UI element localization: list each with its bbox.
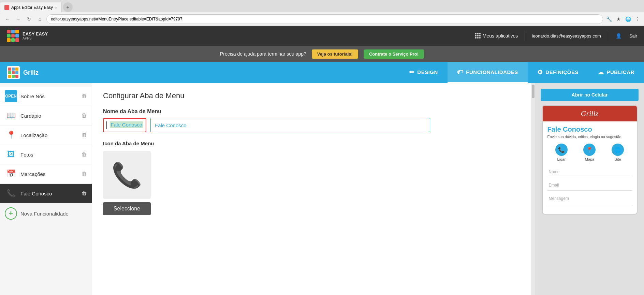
delete-sobre-nos-icon[interactable]: 🗑 (82, 93, 87, 99)
sidebar-item-sobre-nos[interactable]: OPEN Sobre Nós 🗑 (0, 87, 92, 106)
sidebar-label-marcacoes: Marcações (20, 171, 78, 177)
fotos-icon: 🖼 (5, 148, 17, 161)
phone-field-mensagem: Mensagem (547, 193, 632, 207)
logo-text-area: EASY EASY APPS (23, 31, 48, 41)
phone-icon-large: 📞 (112, 161, 142, 190)
site-icon: 🌐 (612, 144, 624, 156)
definicoes-icon: ⚙ (537, 69, 543, 76)
name-section-label: Nome da Aba de Menu (103, 108, 520, 115)
icon-section-label: Icon da Aba de Menu (103, 141, 520, 146)
tab-publicar-label: PUBLICAR (607, 69, 635, 75)
phone-field-email: Email (547, 180, 632, 191)
ligar-icon: 📞 (555, 144, 568, 156)
address-bar[interactable]: editor.easyeasyapps.net/#MenuEntryPlace:… (46, 14, 603, 24)
add-icon: + (5, 207, 17, 220)
tab-bar: Apps Editor Easy Easy × + (0, 0, 644, 12)
delete-fotos-icon[interactable]: 🗑 (82, 151, 87, 158)
logout-button[interactable]: Sair (629, 33, 637, 39)
page-title: Configurar Aba de Menu (103, 91, 520, 100)
phone-action-mapa: 📍 Mapa (583, 144, 596, 161)
sidebar-item-marcacoes[interactable]: 📅 Marcações 🗑 (0, 164, 92, 184)
tab-publicar[interactable]: ☁ PUBLICAR (588, 62, 644, 83)
sidebar-item-fotos[interactable]: 🖼 Fotos 🗑 (0, 145, 92, 164)
fale-conosco-icon: 📞 (5, 187, 17, 200)
sidebar-item-cardapio[interactable]: 📖 Cardápio 🗑 (0, 106, 92, 126)
sidebar-item-localizacao[interactable]: 📍 Localização 🗑 (0, 126, 92, 145)
star-icon[interactable]: ★ (615, 15, 622, 23)
phone-action-ligar: 📞 Ligar (555, 144, 568, 161)
home-button[interactable]: ⌂ (35, 15, 44, 24)
phone-subtitle: Envie sua dúvida, critica, elogio ou sug… (547, 135, 632, 139)
tab-funcionalidades-label: FUNCIONALIDADES (466, 69, 518, 75)
funcionalidades-icon: 🏷 (457, 69, 464, 76)
extension-icon[interactable]: 🔧 (605, 15, 613, 23)
reload-button[interactable]: ↻ (25, 15, 33, 24)
tab-close-btn[interactable]: × (55, 5, 57, 10)
phone-app-name: Grillz (581, 109, 598, 118)
add-functionality-label: Nova Funcionalidade (20, 211, 69, 217)
apps-grid-icon (475, 33, 481, 39)
sidebar-label-fotos: Fotos (20, 152, 78, 158)
meus-aplicativos-label: Meus aplicativos (483, 33, 518, 39)
icon-picker: 📞 (103, 151, 151, 199)
main-toolbar: Grillz ✏ DESIGN 🏷 FUNCIONALIDADES ⚙ DEFI… (0, 62, 644, 83)
name-section: Nome da Aba de Menu Fale Conosco (103, 108, 520, 132)
localizacao-icon: 📍 (5, 129, 17, 141)
meus-aplicativos-link[interactable]: Meus aplicativos (475, 33, 518, 39)
delete-localizacao-icon[interactable]: 🗑 (82, 132, 87, 138)
add-functionality-button[interactable]: + Nova Funcionalidade (0, 203, 92, 224)
delete-fale-conosco-icon[interactable]: 🗑 (82, 190, 87, 196)
person-icon: 👤 (615, 32, 623, 40)
tab-title: Apps Editor Easy Easy (11, 5, 53, 10)
toolbar-tabs: ✏ DESIGN 🏷 FUNCIONALIDADES ⚙ DEFINIÇÕES … (400, 62, 644, 83)
delete-marcacoes-icon[interactable]: 🗑 (82, 171, 87, 177)
main-panel: Configurar Aba de Menu Nome da Aba de Me… (92, 83, 531, 295)
tutorials-button[interactable]: Veja os tutoriais! (312, 49, 358, 59)
header-nav: Meus aplicativos leonardo.dias@easyeasya… (475, 31, 637, 41)
logo-area: EASY EASY APPS (7, 30, 48, 42)
select-icon-button[interactable]: Seleccione (103, 202, 151, 215)
sidebar-label-fale-conosco: Fale Conosco (20, 191, 78, 196)
name-input[interactable] (150, 118, 430, 132)
forward-button[interactable]: → (14, 15, 23, 24)
delete-cardapio-icon[interactable]: 🗑 (82, 113, 87, 119)
phone-action-site: 🌐 Site (612, 144, 624, 161)
marcacoes-icon: 📅 (5, 168, 17, 180)
logo-icon (7, 30, 19, 42)
header-divider (525, 31, 525, 41)
mapa-icon: 📍 (583, 144, 596, 156)
new-tab-button[interactable]: + (63, 2, 73, 12)
logo-sub: APPS (23, 36, 48, 40)
tab-funcionalidades[interactable]: 🏷 FUNCIONALIDADES (448, 62, 528, 83)
name-highlighted-value: Fale Conosco (110, 121, 143, 128)
app-logo-button[interactable]: Grillz (0, 62, 45, 83)
promo-text: Precisa de ajuda para terminar seu app? (220, 51, 306, 57)
sidebar: OPEN Sobre Nós 🗑 📖 Cardápio 🗑 📍 Localiza… (0, 83, 92, 295)
browser-tab[interactable]: Apps Editor Easy Easy × (0, 2, 62, 12)
ligar-label: Ligar (557, 157, 566, 161)
phone-frame: Grillz Fale Conosco Envie sua dúvida, cr… (542, 105, 638, 215)
content-area: OPEN Sobre Nós 🗑 📖 Cardápio 🗑 📍 Localiza… (0, 83, 644, 295)
menu-icon[interactable]: ⋮ (634, 15, 641, 23)
phone-preview: Abrir no Celular Grillz Fale Conosco Env… (535, 83, 644, 295)
scrollbar-thumb[interactable] (532, 85, 535, 98)
pro-service-button[interactable]: Contrate o Serviço Pro! (364, 49, 424, 59)
promo-bar: Precisa de ajuda para terminar seu app? … (0, 46, 644, 62)
sidebar-item-fale-conosco[interactable]: 📞 Fale Conosco 🗑 (0, 184, 92, 203)
globe-icon[interactable]: 🌐 (624, 15, 632, 23)
tab-design[interactable]: ✏ DESIGN (400, 62, 448, 83)
tab-definicoes[interactable]: ⚙ DEFINIÇÕES (528, 62, 588, 83)
tab-design-label: DESIGN (417, 69, 438, 75)
phone-page-title: Fale Conosco (547, 126, 632, 133)
scrollbar[interactable] (531, 83, 535, 295)
sidebar-label-cardapio: Cardápio (20, 113, 78, 119)
browser-chrome: Apps Editor Easy Easy × + ← → ↻ ⌂ editor… (0, 0, 644, 26)
open-phone-button[interactable]: Abrir no Celular (541, 89, 639, 101)
phone-field-nome: Nome (547, 167, 632, 177)
app-name: Grillz (23, 69, 39, 76)
sobre-nos-icon: OPEN (5, 90, 17, 102)
app-header: EASY EASY APPS Meus aplicativos leonardo… (0, 26, 644, 46)
tab-favicon (4, 5, 9, 10)
logo-title: EASY EASY (23, 31, 48, 37)
back-button[interactable]: ← (3, 15, 12, 24)
